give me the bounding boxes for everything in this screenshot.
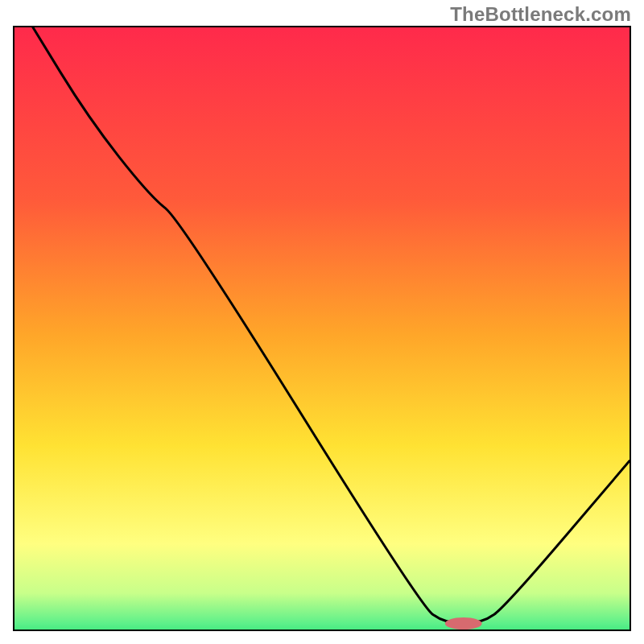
optimal-marker (445, 617, 482, 630)
plot-lines (14, 27, 630, 630)
curve-path (33, 27, 630, 624)
watermark-text: TheBottleneck.com (450, 3, 631, 26)
chart-canvas: TheBottleneck.com (0, 0, 644, 644)
plot-frame (13, 26, 631, 631)
